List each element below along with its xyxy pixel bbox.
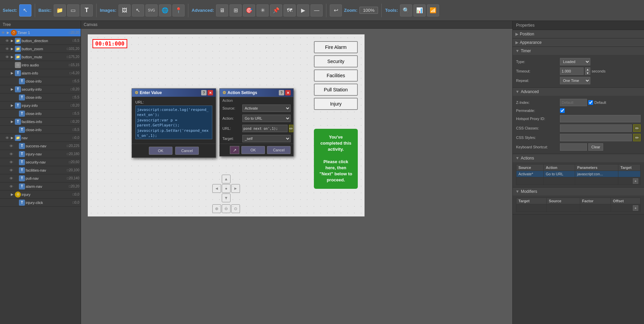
timeout-spin-down[interactable]: ▼ [585, 71, 590, 75]
position-header[interactable]: ▶ Position [513, 30, 644, 38]
tree-item-button_direction[interactable]: 👁▶📁button_direction□5,5 [0, 37, 81, 45]
nav-reset-btn[interactable]: ⊙ [231, 204, 240, 213]
nav-left-btn[interactable]: ◄ [212, 184, 221, 193]
tree-item-button_zoom[interactable]: 👁▶📁button_zoom□101,20 [0, 45, 81, 53]
video-btn[interactable]: ▶ [297, 4, 309, 17]
zindex-input[interactable] [560, 99, 587, 106]
dial-btn[interactable]: 🎯 [243, 4, 255, 17]
tree-item-nav[interactable]: 👁▶📁nav□0,0 [0, 134, 81, 142]
action-ok-btn[interactable]: OK [241, 146, 265, 154]
tree-item-close_info2[interactable]: Tclose-info□5,5 [0, 93, 81, 101]
url-edit-btn[interactable]: ✏ [289, 125, 293, 132]
enter-value-help-btn[interactable]: ? [201, 90, 207, 95]
tree-item-close_info3[interactable]: Tclose-info□5,5 [0, 110, 81, 118]
svg-btn[interactable]: SVG [145, 4, 158, 17]
enter-value-ok-btn[interactable]: OK [149, 147, 172, 155]
tree-item-security_nav[interactable]: 👁 Tsecurity-nav□20,60 [0, 158, 81, 166]
css-styles-input[interactable] [560, 134, 632, 141]
target-select[interactable]: _self [242, 135, 291, 142]
action-settings-close-btn[interactable]: ✕ [285, 90, 291, 95]
pin-btn[interactable]: 📍 [172, 4, 185, 17]
select-arrow-btn[interactable]: ↖ [19, 4, 31, 17]
keyboard-input[interactable] [560, 143, 587, 151]
table-row[interactable]: Activate* Go to URL javascript:con... [516, 171, 641, 177]
nav-zoom-in-btn[interactable]: ⊕ [212, 204, 221, 213]
bar-tool-btn[interactable]: 📶 [427, 4, 439, 17]
pull-station-btn[interactable]: Pull Station [314, 84, 358, 96]
timer-header[interactable]: ▼ Timer [513, 47, 644, 55]
actions-add-btn[interactable]: + [633, 178, 638, 184]
canvas-content[interactable]: 00:01:000 Fire Alarm Security Facilities… [88, 34, 365, 216]
tree-item-button_mute[interactable]: 👁▶📁button_mute□175,20 [0, 53, 81, 61]
modifiers-header[interactable]: ▼ Modifiers [513, 187, 644, 196]
tree-item-timer1[interactable]: 👁▶⏱Timer 1□20,20 [0, 29, 81, 37]
zindex-default-check[interactable] [588, 100, 593, 105]
zoom-input[interactable] [359, 7, 378, 14]
tree-item-alarm_nav[interactable]: 👁 Talarm-nav□20,20 [0, 182, 81, 190]
tree-item-pull_nav[interactable]: 👁 Tpull-nav□20,140 [0, 174, 81, 182]
monitor-btn[interactable]: 🖥 [216, 4, 228, 17]
css-classes-input[interactable] [560, 124, 632, 132]
tree-item-facilities_info[interactable]: ▶Tfacilities-info□0,20 [0, 118, 81, 126]
image-btn[interactable]: 🖼 [118, 4, 131, 17]
nav-zoom-out-btn[interactable]: ⊖ [222, 204, 231, 213]
undo-btn[interactable]: ↩ [330, 4, 342, 17]
tree-item-facilities_nav[interactable]: 👁 Tfacilities-nav□20,100 [0, 166, 81, 174]
fire-alarm-btn[interactable]: Fire Alarm [314, 41, 358, 53]
tree-item-injury_nav[interactable]: 👁 Tinjury-nav□20,180 [0, 150, 81, 158]
security-btn[interactable]: Security [314, 55, 358, 67]
tree-item-injury_info[interactable]: ▶Tinjury-info□0,20 [0, 101, 81, 110]
action-cancel-btn[interactable]: Cancel [267, 146, 291, 154]
advanced-header[interactable]: ▼ Advanced [513, 88, 644, 96]
tree-item-close_info1[interactable]: Tclose-info□5,5 [0, 77, 81, 85]
nav-right-btn[interactable]: ► [231, 184, 240, 193]
basic-rect-btn[interactable]: ▭ [67, 4, 79, 17]
timeout-input[interactable] [560, 67, 584, 75]
hotspot-input[interactable] [560, 115, 641, 122]
nav-center-btn[interactable]: ● [222, 184, 231, 193]
url-textarea[interactable]: javascript:console.log('respond_next_on'… [135, 106, 212, 139]
enter-value-cancel-btn[interactable]: Cancel [175, 147, 199, 155]
modifiers-add-btn[interactable]: + [633, 205, 638, 211]
grid-btn[interactable]: ⊞ [230, 4, 242, 17]
cursor-btn[interactable]: ↖ [132, 4, 144, 17]
clear-btn[interactable]: Clear [588, 143, 603, 151]
tree-item-alarm_info[interactable]: ▶Talarm-info□-6,20 [0, 69, 81, 77]
tree-item-close_info4[interactable]: Tclose-info□5,5 [0, 126, 81, 134]
table-row[interactable]: + [516, 177, 641, 185]
canvas-area[interactable]: Canvas 00:01:000 Fire Alarm Security Fac… [81, 21, 512, 324]
audio-btn[interactable]: — [311, 4, 323, 17]
basic-text-btn[interactable]: T [81, 4, 93, 17]
timeout-spin-up[interactable]: ▲ [585, 67, 590, 71]
url-input[interactable] [242, 125, 288, 132]
table-row[interactable]: + [516, 204, 641, 212]
tree-item-success_nav[interactable]: 👁 Tsuccess-nav□20,225 [0, 142, 81, 150]
type-select[interactable]: Loaded [560, 58, 590, 65]
actions-header[interactable]: ▼ Actions [513, 154, 644, 162]
tree-item-injury[interactable]: ▶⚙injury□0,0 [0, 190, 81, 199]
permeable-check[interactable] [560, 108, 565, 113]
enter-value-close-btn[interactable]: ✕ [208, 90, 213, 95]
compass-btn[interactable]: ✳ [257, 4, 269, 17]
tree-item-security_info[interactable]: ▶Tsecurity-info□0,20 [0, 85, 81, 93]
success-box[interactable]: You've completed this activity. Please c… [314, 129, 358, 189]
action-select[interactable]: Go to URL [242, 115, 291, 122]
nav-up-btn[interactable]: ▲ [222, 175, 231, 183]
basic-folder-btn[interactable]: 📁 [54, 4, 66, 17]
share-btn[interactable]: ↗ [230, 146, 239, 154]
injury-btn[interactable]: Injury [314, 98, 358, 110]
repeat-select[interactable]: One Time [560, 77, 590, 84]
facilities-btn[interactable]: Facilities [314, 69, 358, 82]
map-btn[interactable]: 🗺 [284, 4, 296, 17]
search-tool-btn[interactable]: 🔍 [400, 4, 412, 17]
source-select[interactable]: Activate [242, 105, 291, 112]
chart-tool-btn[interactable]: 📊 [413, 4, 426, 17]
tree-item-intro_audio[interactable]: □intro audio□15,15 [0, 61, 81, 69]
map-pin-btn[interactable]: 📌 [270, 4, 282, 17]
css-classes-edit-btn[interactable]: ✏ [633, 124, 641, 132]
nav-down-btn[interactable]: ▼ [222, 194, 231, 202]
tree-item-injury_click[interactable]: Tinjury-click□0,0 [0, 199, 81, 207]
appearance-header[interactable]: ▶ Appearance [513, 38, 644, 47]
action-settings-help-btn[interactable]: ? [279, 90, 284, 95]
css-styles-edit-btn[interactable]: ✏ [633, 134, 641, 141]
